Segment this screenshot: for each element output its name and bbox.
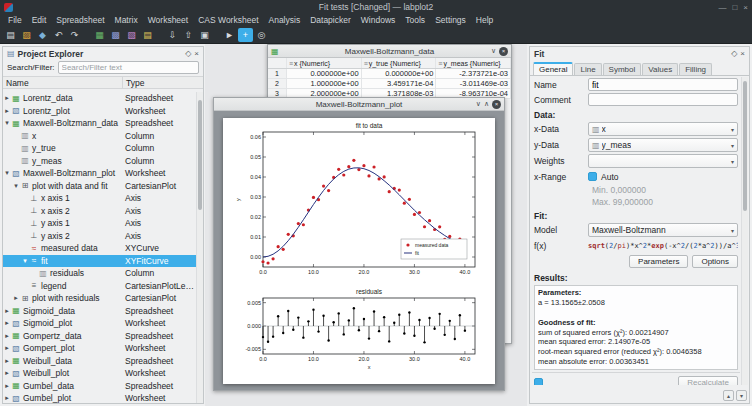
open-project-icon[interactable]: ▨ [19, 28, 34, 42]
options-button[interactable]: Options [692, 255, 738, 268]
expander-icon[interactable]: ▸ [3, 94, 11, 102]
expander-icon[interactable]: ▸ [3, 107, 11, 115]
tree-item-sigmoid-data[interactable]: ▸▦Sigmoid_dataSpreadsheet [3, 305, 196, 318]
spreadsheet-cell[interactable]: -3.011469e-03 [436, 79, 511, 88]
expander-icon[interactable]: ▸ [3, 369, 11, 377]
expander-icon[interactable]: ▸ [3, 382, 11, 390]
menu-datapicker[interactable]: Datapicker [305, 14, 356, 27]
tree-item-lorentz-data[interactable]: ▸▦Lorentz_dataSpreadsheet [3, 92, 196, 105]
new-project-icon[interactable]: ▤ [3, 28, 18, 42]
expander-icon[interactable]: ▸ [3, 307, 11, 315]
spreadsheet-cell[interactable]: 3.459171e-04 [362, 79, 437, 88]
tab-line[interactable]: Line [574, 63, 601, 75]
expander-icon[interactable]: ▸ [3, 357, 11, 365]
tree-item-weibull-data[interactable]: ▸▦Weibull_dataSpreadsheet [3, 355, 196, 368]
expander-icon[interactable]: ▾ [3, 119, 11, 127]
spreadsheet-shade-button[interactable]: ∨ [491, 47, 496, 55]
window-close-button[interactable]: × [743, 3, 748, 12]
model-combo[interactable]: Maxwell-Boltzmann ▾ [588, 223, 738, 237]
spreadsheet-close-button[interactable]: × [499, 47, 508, 56]
tree-item-plot-with-residuals[interactable]: ▸⊞plot with residualsCartesianPlot [3, 292, 196, 305]
window-maximize-button[interactable]: □ [732, 3, 737, 12]
menu-help[interactable]: Help [471, 14, 498, 27]
tree-item-gompert-plot[interactable]: ▸▧Gompert_plotWorksheet [3, 342, 196, 355]
search-filter-input[interactable] [58, 61, 199, 74]
new-matrix-icon[interactable]: ▩ [108, 28, 123, 42]
tree-item-sigmoid-plot[interactable]: ▸▧Sigmoid_plotWorksheet [3, 317, 196, 330]
menu-settings[interactable]: Settings [430, 14, 471, 27]
undo-icon[interactable]: ↶ [51, 28, 66, 42]
spreadsheet-cell[interactable]: 0.000000e+00 [287, 69, 362, 78]
new-spreadsheet-icon[interactable]: ▦ [92, 28, 107, 42]
tree-item-legend[interactable]: ≡legendCartesianPlotLegend [3, 280, 196, 293]
worksheet-shade-button[interactable]: ∨ [476, 100, 481, 108]
spreadsheet-column-header[interactable]: ≡y_meas {Numeric} [436, 58, 511, 68]
dock-next-button[interactable]: ▾ [736, 390, 747, 401]
fx-formula[interactable]: sqrt(2/pi)*x^2*exp(-x^2/(2*a^2))/a^3 [588, 242, 738, 250]
new-worksheet-icon[interactable]: ▧ [124, 28, 139, 42]
zoom-select-icon[interactable]: ◎ [254, 28, 269, 42]
tree-item-x-axis-1[interactable]: ⊥x axis 1Axis [3, 192, 196, 205]
expander-icon[interactable]: ▸ [12, 294, 20, 302]
export-icon[interactable]: ⇧ [181, 28, 196, 42]
parameters-button[interactable]: Parameters [629, 255, 688, 268]
menu-analysis[interactable]: Analysis [264, 14, 306, 27]
expander-icon[interactable]: ▸ [3, 344, 11, 352]
window-minimize-button[interactable]: — [718, 3, 726, 12]
tab-general[interactable]: General [533, 62, 573, 75]
menu-cas-worksheet[interactable]: CAS Worksheet [193, 14, 263, 27]
spreadsheet-column-header[interactable]: ≡x {Numeric} [287, 58, 362, 68]
expander-icon[interactable]: ▸ [3, 319, 11, 327]
project-tree-scrollbar[interactable] [196, 92, 203, 403]
expander-icon[interactable]: ▾ [21, 257, 29, 265]
row-header-cell[interactable]: 1 [268, 69, 287, 78]
dock-close-icon[interactable]: × [194, 49, 199, 58]
tree-item-fit[interactable]: ▾≈fitXYFitCurve [3, 255, 196, 268]
tree-item-y-meas[interactable]: ▥y_measColumn [3, 155, 196, 168]
dock-float-icon[interactable]: ◇ [185, 49, 191, 58]
tree-item-lorentz-plot[interactable]: ▸▧Lorentz_plotWorksheet [3, 105, 196, 118]
tree-item-gompertz-data[interactable]: ▸▦Gompertz_dataSpreadsheet [3, 330, 196, 343]
recalculate-button[interactable]: Recalculate [678, 376, 738, 385]
tab-symbol[interactable]: Symbol [603, 63, 642, 75]
menu-matrix[interactable]: Matrix [110, 14, 143, 27]
weights-combo[interactable]: ▾ [588, 154, 738, 168]
fit-plot[interactable]: fit to data0.010.020.030.040.00.000.010.… [233, 118, 485, 282]
spreadsheet-cell[interactable]: -2.373721e-03 [436, 69, 511, 78]
fit-dock-close-icon[interactable]: × [740, 49, 745, 58]
menu-edit[interactable]: Edit [27, 14, 52, 27]
column-header-type[interactable]: Type [123, 77, 203, 88]
expander-icon[interactable]: ▾ [12, 182, 20, 190]
new-notes-icon[interactable]: ▤ [140, 28, 155, 42]
spreadsheet-cell[interactable]: 1.000000e+00 [287, 79, 362, 88]
tree-item-weibull-plot[interactable]: ▸▧Weibull_plotWorksheet [3, 367, 196, 380]
tree-item-gumbel-plot[interactable]: ▸▧Gumbel_plotWorksheet [3, 392, 196, 403]
tree-item-y-true[interactable]: ▥y_trueColumn [3, 142, 196, 155]
tree-item-maxwell-boltzmann-plot[interactable]: ▾▧Maxwell-Boltzmann_plotWorksheet [3, 167, 196, 180]
spreadsheet-cell[interactable]: 0.000000e+00 [362, 69, 437, 78]
worksheet-maximize-button[interactable]: ∧ [484, 100, 489, 108]
redo-icon[interactable]: ↷ [67, 28, 82, 42]
spreadsheet-column-header[interactable]: ≡y_true {Numeric} [362, 58, 437, 68]
menu-file[interactable]: File [3, 14, 27, 27]
xdata-combo[interactable]: ▥ x ▾ [588, 122, 738, 136]
tree-item-plot-with-data-and-fit[interactable]: ▾⊞plot with data and fitCartesianPlot [3, 180, 196, 193]
import-icon[interactable]: ⇩ [165, 28, 180, 42]
row-header-cell[interactable]: 2 [268, 79, 287, 88]
expander-icon[interactable]: ▸ [3, 394, 11, 402]
fit-form-scrollbar[interactable] [741, 77, 748, 385]
residuals-plot[interactable]: residuals0.010.020.030.040.0-0.0050.0000… [233, 286, 485, 372]
menu-worksheet[interactable]: Worksheet [143, 14, 193, 27]
column-header-name[interactable]: Name [6, 77, 123, 88]
comment-input[interactable] [588, 93, 738, 106]
dock-prev-button[interactable]: ▴ [723, 390, 734, 401]
expander-icon[interactable]: ▾ [3, 169, 11, 177]
tree-item-measured-data[interactable]: ≈measured dataXYCurve [3, 242, 196, 255]
menu-spreadsheet[interactable]: Spreadsheet [51, 14, 109, 27]
tab-values[interactable]: Values [642, 63, 678, 75]
tree-item-residuals[interactable]: ▥residualsColumn [3, 267, 196, 280]
tree-item-y-axis-2[interactable]: ⊥y axis 2Axis [3, 230, 196, 243]
save-project-icon[interactable]: ◆ [35, 28, 50, 42]
tree-item-gumbel-data[interactable]: ▸▦Gumbel_dataSpreadsheet [3, 380, 196, 393]
fit-dock-float-icon[interactable]: ◇ [731, 49, 737, 58]
